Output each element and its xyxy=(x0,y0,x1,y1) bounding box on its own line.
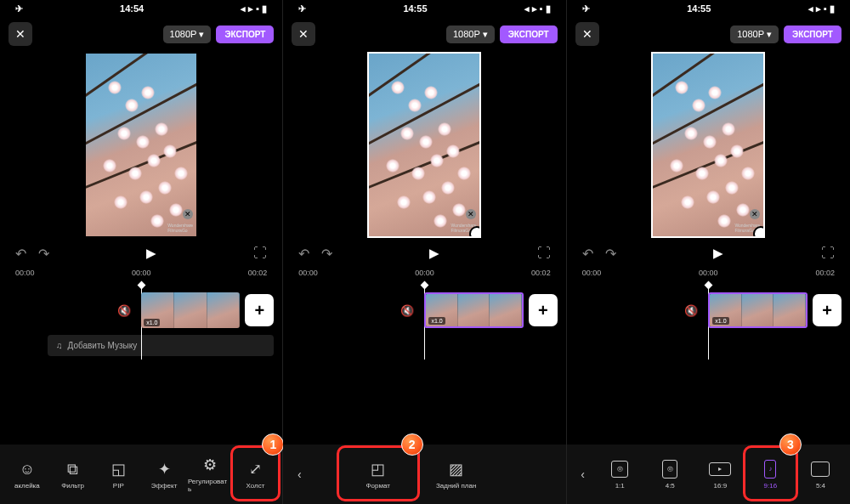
ratio-16-9[interactable]: ▸ 16:9 xyxy=(696,449,745,500)
timeline[interactable]: 🔇 x1.0 + xyxy=(283,284,565,445)
resolution-button[interactable]: 1080P▾ xyxy=(446,25,495,43)
tool-filter[interactable]: ⧉ Фильтр xyxy=(51,449,95,500)
ratio-9-16[interactable]: ♪ 9:16 xyxy=(746,449,795,500)
bottom-toolbar: ‹ ◰ Формат ▨ Задний план xyxy=(283,445,565,504)
export-label: ЭКСПОРТ xyxy=(792,30,833,39)
mute-icon[interactable]: 🔇 xyxy=(684,304,698,317)
status-time: 14:55 xyxy=(403,3,427,14)
undo-button[interactable]: ↶ xyxy=(582,246,593,262)
tool-label: PIP xyxy=(113,482,124,490)
tool-adjust[interactable]: ⚙ Регулироват ь xyxy=(188,449,232,500)
close-button[interactable]: ✕ xyxy=(575,22,599,46)
close-button[interactable]: ✕ xyxy=(292,22,315,46)
status-right: ◂ ▸ ▪ ▮ xyxy=(808,3,835,14)
tool-label: Холст xyxy=(246,482,265,490)
watermark-close[interactable]: ✕ xyxy=(466,209,476,219)
video-preview[interactable]: ✕ WondershareFilmoraGo xyxy=(653,54,763,236)
redo-button[interactable]: ↷ xyxy=(38,246,49,262)
bottom-toolbar: ‹ ◎ 1:1 ◎ 4:5 ▸ 16:9 ♪ 9:16 5:4 xyxy=(567,445,850,504)
play-button[interactable]: ▶ xyxy=(429,246,439,261)
status-right: ◂ ▸ ▪ ▮ xyxy=(241,3,267,14)
mute-icon[interactable]: 🔇 xyxy=(400,304,414,317)
add-clip-button[interactable]: + xyxy=(245,294,274,326)
video-preview[interactable]: ✕ WondershareFilmoraGo xyxy=(86,54,196,236)
ratio-box-icon: ◎ xyxy=(662,460,677,479)
clip-speed-badge: x1.0 xyxy=(144,319,160,326)
export-label: ЭКСПОРТ xyxy=(224,30,265,39)
tool-background[interactable]: ▨ Задний план xyxy=(418,449,495,500)
redo-button[interactable]: ↷ xyxy=(321,246,332,262)
ratio-label: 4:5 xyxy=(666,482,675,490)
close-icon: ✕ xyxy=(582,27,592,41)
timeline[interactable]: 🔇 x1.0 + xyxy=(567,284,850,445)
top-bar: ✕ 1080P▾ ЭКСПОРТ xyxy=(0,17,282,51)
video-clip[interactable]: x1.0 xyxy=(424,292,523,328)
video-clip[interactable]: x1.0 xyxy=(708,292,808,328)
time-mark: 00:00 xyxy=(15,269,35,284)
filter-icon: ⧉ xyxy=(67,460,78,479)
back-button[interactable]: ‹ xyxy=(288,467,310,481)
back-button[interactable]: ‹ xyxy=(572,467,594,481)
play-button[interactable]: ▶ xyxy=(146,246,156,261)
play-button[interactable]: ▶ xyxy=(713,246,723,261)
tool-effect[interactable]: ✦ Эффект xyxy=(142,449,186,500)
watermark-close[interactable]: ✕ xyxy=(750,209,760,219)
tool-canvas[interactable]: ⤢ Холст xyxy=(234,449,278,500)
tool-label: Формат xyxy=(366,482,389,490)
preview-area[interactable]: ✕ WondershareFilmoraGo xyxy=(567,51,850,238)
ratio-box-icon xyxy=(811,460,830,479)
airplane-icon: ✈ xyxy=(298,3,306,14)
undo-button[interactable]: ↶ xyxy=(298,246,309,262)
preview-area[interactable]: ✕ WondershareFilmoraGo xyxy=(283,51,565,238)
top-bar: ✕ 1080P▾ ЭКСПОРТ xyxy=(567,17,850,51)
fullscreen-button[interactable]: ⛶ xyxy=(821,246,835,261)
resolution-button[interactable]: 1080P▾ xyxy=(163,25,212,43)
resolution-label: 1080P xyxy=(453,29,480,39)
airplane-icon: ✈ xyxy=(15,3,23,14)
add-music-row[interactable]: ♫Добавить Музыку xyxy=(48,335,274,356)
resolution-label: 1080P xyxy=(737,29,764,39)
video-clip[interactable]: x1.0 xyxy=(141,292,240,328)
screen-1: ✈ 14:54 ◂ ▸ ▪ ▮ ✕ 1080P▾ ЭКСПОРТ ✕ Wonde… xyxy=(0,0,283,504)
close-button[interactable]: ✕ xyxy=(8,22,32,46)
time-mark: 00:00 xyxy=(298,269,318,284)
close-icon: ✕ xyxy=(15,27,26,41)
sticker-icon: ☺ xyxy=(20,460,35,479)
export-button[interactable]: ЭКСПОРТ xyxy=(216,25,274,43)
watermark-close[interactable]: ✕ xyxy=(183,209,193,219)
ratio-label: 9:16 xyxy=(764,482,778,490)
status-bar: ✈ 14:55 ◂ ▸ ▪ ▮ xyxy=(567,0,850,17)
status-time: 14:54 xyxy=(120,3,144,14)
tool-pip[interactable]: ◱ PIP xyxy=(96,449,140,500)
add-clip-button[interactable]: + xyxy=(813,294,842,326)
ratio-1-1[interactable]: ◎ 1:1 xyxy=(596,449,644,500)
tool-label: Фильтр xyxy=(61,482,84,490)
chevron-down-icon: ▾ xyxy=(767,29,772,40)
undo-button[interactable]: ↶ xyxy=(15,246,26,262)
resolution-button[interactable]: 1080P▾ xyxy=(730,25,779,43)
fullscreen-button[interactable]: ⛶ xyxy=(537,246,551,261)
fullscreen-button[interactable]: ⛶ xyxy=(253,246,267,261)
adjust-icon: ⚙ xyxy=(203,456,217,474)
export-button[interactable]: ЭКСПОРТ xyxy=(500,25,558,43)
ratio-4-5[interactable]: ◎ 4:5 xyxy=(646,449,694,500)
chevron-down-icon: ▾ xyxy=(483,29,488,40)
tool-format[interactable]: ◰ Формат xyxy=(340,449,416,500)
redo-button[interactable]: ↷ xyxy=(605,246,616,262)
ratio-5-4[interactable]: 5:4 xyxy=(796,449,845,500)
timeline[interactable]: 🔇 x1.0 + ♫Добавить Музыку xyxy=(0,284,282,445)
clip-speed-badge: x1.0 xyxy=(712,317,728,325)
video-preview[interactable]: ✕ WondershareFilmoraGo xyxy=(369,54,479,236)
ratio-box-icon: ▸ xyxy=(709,460,731,479)
mute-icon[interactable]: 🔇 xyxy=(117,304,131,317)
playback-controls: ↶↷ ▶ ⛶ xyxy=(283,238,565,269)
preview-area[interactable]: ✕ WondershareFilmoraGo xyxy=(0,51,282,238)
export-button[interactable]: ЭКСПОРТ xyxy=(784,25,842,43)
ratio-label: 5:4 xyxy=(816,482,825,490)
format-icon: ◰ xyxy=(371,460,385,479)
status-time: 14:55 xyxy=(687,3,711,14)
tool-sticker[interactable]: ☺ аклейка xyxy=(5,449,49,500)
screen-3: ✈ 14:55 ◂ ▸ ▪ ▮ ✕ 1080P▾ ЭКСПОРТ ✕ Wonde… xyxy=(567,0,850,504)
ratio-box-icon: ◎ xyxy=(611,460,628,479)
add-clip-button[interactable]: + xyxy=(529,294,558,326)
